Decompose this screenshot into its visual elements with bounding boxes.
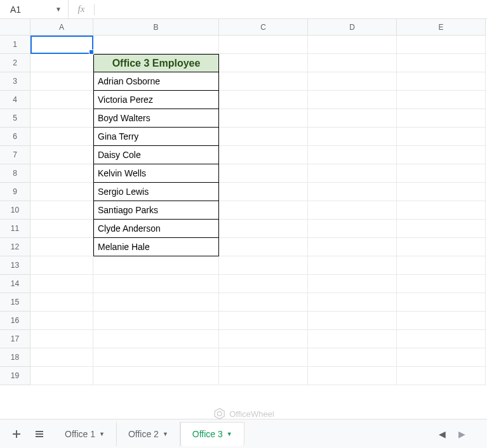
- row-header[interactable]: 17: [0, 330, 30, 348]
- table-row[interactable]: Santiago Parks: [93, 201, 219, 220]
- row-header[interactable]: 5: [0, 109, 30, 128]
- cell[interactable]: [308, 293, 397, 312]
- cell[interactable]: [30, 312, 93, 330]
- cell[interactable]: [219, 348, 308, 367]
- table-row[interactable]: Victoria Perez: [93, 91, 219, 109]
- cell[interactable]: [219, 367, 308, 385]
- column-header[interactable]: A: [30, 19, 93, 36]
- cell[interactable]: [397, 91, 486, 109]
- cell[interactable]: [308, 109, 397, 128]
- cell[interactable]: [30, 256, 93, 275]
- row-header[interactable]: 19: [0, 367, 30, 385]
- row-header[interactable]: 7: [0, 146, 30, 164]
- cell[interactable]: [397, 275, 486, 293]
- cell[interactable]: [30, 367, 93, 385]
- table-row[interactable]: Gina Terry: [93, 128, 219, 146]
- cell[interactable]: [219, 256, 308, 275]
- cell[interactable]: [219, 238, 308, 256]
- row-header[interactable]: 10: [0, 201, 30, 220]
- cell[interactable]: [30, 164, 93, 183]
- row-header[interactable]: 1: [0, 36, 30, 54]
- cell[interactable]: [308, 348, 397, 367]
- column-header[interactable]: D: [308, 19, 397, 36]
- next-tab-button[interactable]: ▶: [455, 425, 469, 443]
- cell[interactable]: [219, 183, 308, 201]
- column-header[interactable]: C: [219, 19, 308, 36]
- cell[interactable]: [30, 128, 93, 146]
- cell[interactable]: [93, 275, 219, 293]
- cell[interactable]: [30, 330, 93, 348]
- cell[interactable]: [397, 220, 486, 238]
- row-header[interactable]: 16: [0, 312, 30, 330]
- cell[interactable]: [308, 312, 397, 330]
- row-header[interactable]: 8: [0, 164, 30, 183]
- cell[interactable]: [308, 164, 397, 183]
- cell[interactable]: [219, 72, 308, 91]
- cell[interactable]: [93, 36, 219, 54]
- row-header[interactable]: 2: [0, 54, 30, 72]
- table-row[interactable]: Kelvin Wells: [93, 164, 219, 183]
- cell[interactable]: [397, 367, 486, 385]
- cell[interactable]: [30, 91, 93, 109]
- cell[interactable]: [219, 275, 308, 293]
- column-header[interactable]: E: [397, 19, 486, 36]
- cell[interactable]: [219, 54, 308, 72]
- cell[interactable]: [397, 312, 486, 330]
- cell[interactable]: [397, 330, 486, 348]
- cell[interactable]: [397, 293, 486, 312]
- cell[interactable]: [30, 238, 93, 256]
- cell[interactable]: [308, 72, 397, 91]
- sheet-tab-office-3[interactable]: Office 3 ▼: [180, 422, 244, 446]
- cell[interactable]: [30, 54, 93, 72]
- cell[interactable]: [219, 330, 308, 348]
- table-header[interactable]: Office 3 Employee: [93, 54, 219, 72]
- cell[interactable]: [219, 36, 308, 54]
- cell[interactable]: [308, 367, 397, 385]
- cell[interactable]: [397, 164, 486, 183]
- cell[interactable]: [308, 238, 397, 256]
- cell[interactable]: [93, 293, 219, 312]
- cell[interactable]: [397, 183, 486, 201]
- select-all-corner[interactable]: [0, 19, 30, 36]
- cell[interactable]: [30, 275, 93, 293]
- cell[interactable]: [308, 256, 397, 275]
- cell[interactable]: [397, 128, 486, 146]
- row-header[interactable]: 11: [0, 220, 30, 238]
- row-header[interactable]: 13: [0, 256, 30, 275]
- cell[interactable]: [308, 146, 397, 164]
- cell[interactable]: [30, 183, 93, 201]
- cell[interactable]: [30, 146, 93, 164]
- row-header[interactable]: 9: [0, 183, 30, 201]
- sheet-tab-office-1[interactable]: Office 1 ▼: [53, 422, 117, 446]
- cell[interactable]: [219, 220, 308, 238]
- column-header[interactable]: B: [93, 19, 219, 36]
- cell[interactable]: [219, 91, 308, 109]
- cell[interactable]: [93, 367, 219, 385]
- row-header[interactable]: 14: [0, 275, 30, 293]
- cell[interactable]: [308, 220, 397, 238]
- cell[interactable]: [397, 36, 486, 54]
- cell[interactable]: [308, 201, 397, 220]
- cell[interactable]: [308, 275, 397, 293]
- table-row[interactable]: Clyde Anderson: [93, 220, 219, 238]
- cell[interactable]: [219, 146, 308, 164]
- table-row[interactable]: Sergio Lewis: [93, 183, 219, 201]
- all-sheets-button[interactable]: [28, 423, 51, 445]
- cell[interactable]: [308, 54, 397, 72]
- cell[interactable]: [30, 109, 93, 128]
- cell[interactable]: [308, 330, 397, 348]
- cell[interactable]: [308, 36, 397, 54]
- table-row[interactable]: Melanie Hale: [93, 238, 219, 256]
- cell[interactable]: [308, 91, 397, 109]
- cell[interactable]: [30, 293, 93, 312]
- cell[interactable]: [93, 348, 219, 367]
- cell[interactable]: [219, 293, 308, 312]
- cell[interactable]: [219, 109, 308, 128]
- cell[interactable]: [30, 72, 93, 91]
- cell[interactable]: [30, 348, 93, 367]
- cell[interactable]: [219, 201, 308, 220]
- cell[interactable]: [397, 109, 486, 128]
- cell[interactable]: [397, 54, 486, 72]
- cell[interactable]: [93, 330, 219, 348]
- name-box[interactable]: A1 ▼: [0, 0, 69, 18]
